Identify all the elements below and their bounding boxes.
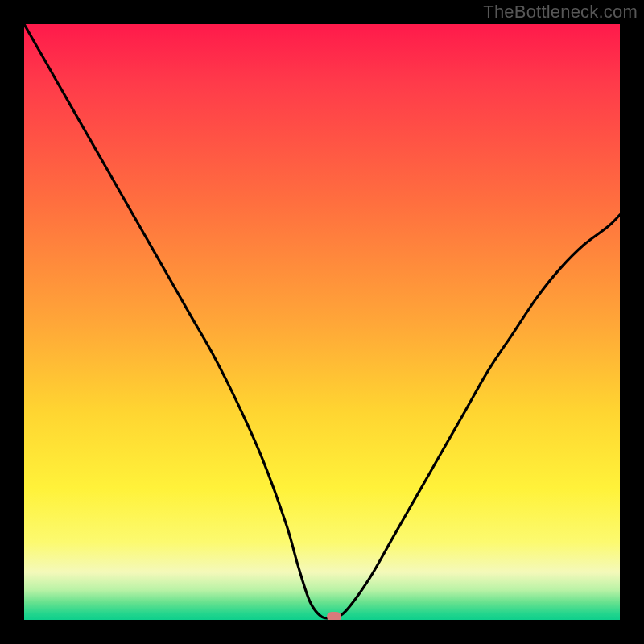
plot-area xyxy=(24,24,620,620)
attribution-text: TheBottleneck.com xyxy=(483,2,638,23)
bottleneck-curve xyxy=(24,24,620,620)
optimum-marker xyxy=(327,612,341,620)
chart-frame: TheBottleneck.com xyxy=(0,0,644,644)
